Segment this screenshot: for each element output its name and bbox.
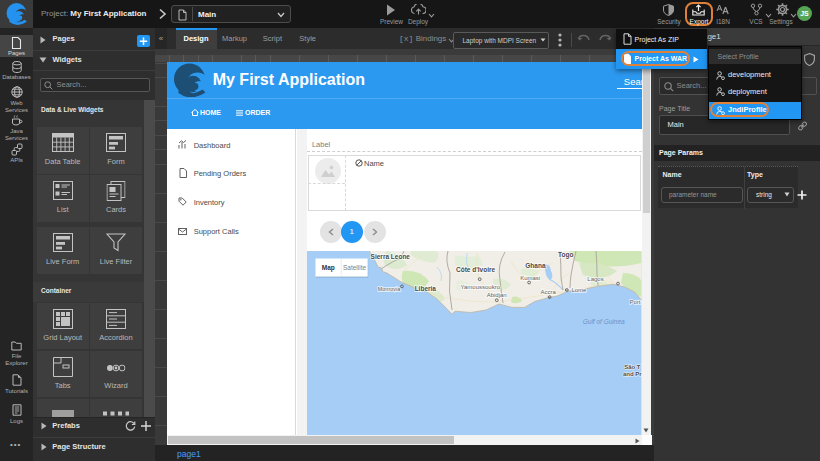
svg-text:Kumasi: Kumasi bbox=[520, 275, 540, 281]
svg-text:Gulf of Guinea: Gulf of Guinea bbox=[583, 318, 625, 325]
svg-text:Port: Port bbox=[629, 299, 640, 305]
svg-text:and Pr: and Pr bbox=[623, 371, 642, 377]
svg-text:Togo: Togo bbox=[558, 251, 573, 259]
svg-text:Map: Map bbox=[322, 264, 335, 272]
svg-text:São T: São T bbox=[624, 364, 641, 370]
svg-text:Monrovia: Monrovia bbox=[378, 286, 402, 292]
svg-text:Accra: Accra bbox=[541, 289, 557, 295]
svg-text:Lagos: Lagos bbox=[587, 276, 603, 282]
svg-text:Satellite: Satellite bbox=[343, 264, 367, 271]
svg-text:Sierra Leone: Sierra Leone bbox=[371, 253, 411, 260]
svg-text:Ghana: Ghana bbox=[525, 262, 546, 269]
svg-text:Liberia: Liberia bbox=[415, 285, 437, 292]
svg-text:Abidjan: Abidjan bbox=[487, 292, 507, 298]
svg-text:Côte d'Ivoire: Côte d'Ivoire bbox=[456, 266, 495, 273]
svg-text:Lome: Lome bbox=[571, 287, 587, 293]
svg-text:Yamoussoukro: Yamoussoukro bbox=[460, 284, 500, 290]
